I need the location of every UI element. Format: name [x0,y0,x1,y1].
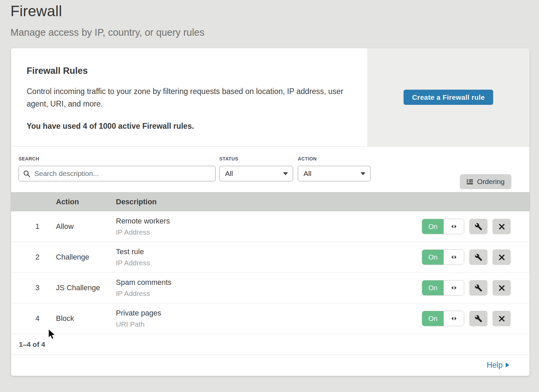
page-header: Firewall Manage access by IP, country, o… [0,0,539,38]
ordering-button-label: Ordering [477,178,505,186]
rule-action: Block [56,314,116,323]
close-icon [499,254,505,260]
status-select[interactable]: All [219,166,293,181]
chevron-down-icon [283,172,288,175]
firewall-rules-heading: Firewall Rules [27,66,354,76]
help-link-label: Help [487,361,503,370]
table-row: 4 Block Private pages URI Path On [11,303,530,334]
rule-field-type: IP Address [116,228,422,236]
overview-text: Firewall Rules Control incoming traffic … [11,48,367,146]
rule-field-type: IP Address [116,290,422,298]
rule-priority: 1 [11,222,56,231]
close-icon [499,224,505,230]
firewall-rules-card: Firewall Rules Control incoming traffic … [11,48,530,376]
toggle-handle[interactable] [444,219,464,234]
table-row: 1 Allow Remote workers IP Address On [11,211,530,242]
rule-action: Challenge [56,253,116,262]
toggle-on-label: On [422,280,444,295]
rule-controls: On [422,311,530,326]
rule-description-cell: Private pages URI Path [116,309,422,328]
wrench-icon [475,253,482,261]
usage-note: You have used 4 of 1000 active Firewall … [27,122,354,131]
page-title: Firewall [10,3,539,20]
rule-description: Private pages [116,309,422,318]
rule-priority: 2 [11,253,56,262]
action-select-value: All [304,170,311,178]
rule-field-type: IP Address [116,259,422,267]
rules-table-body: 1 Allow Remote workers IP Address On [11,211,530,334]
close-icon [499,285,505,291]
table-row: 2 Challenge Test rule IP Address On [11,242,530,273]
rule-field-type: URI Path [116,320,422,328]
ordering-button[interactable]: Ordering [460,174,511,189]
rule-description: Spam comments [116,278,422,287]
create-firewall-rule-button[interactable]: Create a Firewall rule [404,90,493,105]
rule-action: Allow [56,222,116,231]
delete-rule-button[interactable] [493,249,511,265]
rule-priority: 4 [11,314,56,323]
column-header-description: Description [116,198,422,206]
status-select-value: All [225,170,233,178]
toggle-on-label: On [422,311,444,326]
delete-rule-button[interactable] [493,311,511,326]
action-label: ACTION [298,156,371,161]
edit-rule-button[interactable] [469,311,487,326]
rule-action: JS Challenge [56,283,116,292]
search-icon [23,170,30,177]
edit-rule-button[interactable] [469,280,487,296]
firewall-rules-description: Control incoming traffic to your zone by… [27,85,347,110]
edit-rule-button[interactable] [469,219,487,234]
rule-description: Test rule [116,247,422,256]
rule-description: Remote workers [116,217,422,225]
toggle-handle[interactable] [444,250,464,265]
filter-spacer [371,156,460,192]
search-input-wrapper [19,166,216,181]
card-footer: Help [11,355,530,375]
pagination: 1–4 of 4 [11,334,530,355]
page-subtitle: Manage access by IP, country, or query r… [10,27,539,38]
action-filter: ACTION All [298,156,371,192]
ordered-list-icon [467,179,473,185]
rule-enabled-toggle[interactable]: On [422,219,464,234]
help-arrow-icon [506,363,509,367]
wrench-icon [475,315,482,323]
edit-rule-button[interactable] [469,249,487,265]
table-header: Action Description [11,192,530,211]
help-link[interactable]: Help [487,361,509,370]
rule-description-cell: Spam comments IP Address [116,278,422,298]
pagination-range: 1–4 of 4 [19,340,45,349]
left-right-arrows-icon [451,224,457,229]
column-header-action: Action [56,198,116,206]
overview-section: Firewall Rules Control incoming traffic … [11,48,530,147]
search-input[interactable] [34,169,211,178]
rule-priority: 3 [11,283,56,292]
rule-description-cell: Remote workers IP Address [116,217,422,236]
toggle-handle[interactable] [444,311,464,326]
rule-enabled-toggle[interactable]: On [422,311,464,326]
search-filter: SEARCH [19,156,216,192]
table-row: 3 JS Challenge Spam comments IP Address … [11,273,530,303]
rule-enabled-toggle[interactable]: On [422,280,464,296]
filter-bar: SEARCH STATUS All ACTION All [11,147,530,192]
action-select[interactable]: All [298,166,371,181]
left-right-arrows-icon [451,286,457,290]
rule-description-cell: Test rule IP Address [116,247,422,267]
close-icon [499,316,505,322]
delete-rule-button[interactable] [493,219,511,234]
rule-controls: On [422,219,530,234]
rule-controls: On [422,249,530,265]
left-right-arrows-icon [451,316,457,321]
chevron-down-icon [360,172,366,175]
create-rule-panel: Create a Firewall rule [367,48,530,146]
wrench-icon [475,223,482,231]
wrench-icon [475,284,482,292]
toggle-on-label: On [422,219,444,234]
rule-controls: On [422,280,530,296]
left-right-arrows-icon [451,255,457,259]
toggle-handle[interactable] [444,280,464,295]
status-filter: STATUS All [219,156,293,192]
search-label: SEARCH [19,156,216,161]
rule-enabled-toggle[interactable]: On [422,249,464,265]
status-label: STATUS [219,156,293,161]
delete-rule-button[interactable] [493,280,511,296]
